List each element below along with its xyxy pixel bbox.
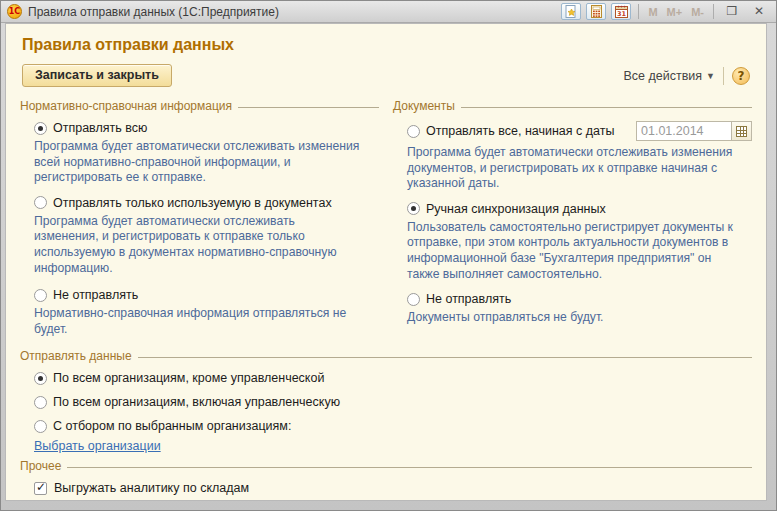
maximize-icon[interactable]: ❒ [721, 4, 743, 20]
calculator-icon[interactable] [586, 3, 606, 20]
radio-nsi-dont-send[interactable]: Не отправлять [34, 288, 379, 302]
svg-text:31: 31 [617, 10, 627, 18]
app-window: 1C Правила отправки данных (1С:Предприят… [0, 0, 777, 511]
radio-orgs-except-managerial[interactable]: По всем организациям, кроме управленческ… [34, 371, 752, 385]
titlebar-separator [638, 4, 639, 19]
hint-nsi-dont-send: Нормативно-справочная информация отправл… [34, 306, 361, 337]
group-line [67, 467, 752, 468]
radio-icon [34, 372, 47, 385]
all-actions-label: Все действия [623, 69, 702, 83]
hint-nsi-used-only: Программа будет автоматически отслеживат… [34, 214, 361, 276]
page-title: Правила отправки данных [20, 32, 752, 64]
group-send-data: Отправлять данные По всем организациям, … [20, 349, 752, 453]
radio-icon [34, 289, 47, 302]
group-nsi: Нормативно-справочная информация Отправл… [20, 97, 379, 347]
group-line [138, 357, 752, 358]
titlebar-separator-2 [713, 4, 714, 19]
memory-mplus-button: M+ [665, 6, 685, 18]
group-send-data-caption: Отправлять данные [20, 349, 132, 363]
1c-logo-icon: 1C [7, 4, 22, 19]
radio-nsi-used-only[interactable]: Отправлять только используемую в докумен… [34, 196, 379, 210]
group-documents-caption: Документы [393, 99, 455, 113]
group-line [238, 107, 379, 108]
radio-orgs-selected[interactable]: С отбором по выбранным организациям: [34, 419, 752, 433]
radio-docs-manual-sync[interactable]: Ручная синхронизация данных [407, 202, 752, 216]
radio-icon [34, 420, 47, 433]
toolbar-separator [723, 67, 724, 85]
chevron-down-icon: ▼ [706, 71, 715, 81]
favorites-icon[interactable] [561, 3, 581, 20]
radio-icon [407, 202, 420, 215]
group-documents: Документы Отправлять все, начиная с даты… [393, 97, 752, 347]
radio-icon [407, 125, 420, 138]
hint-docs-send-from-date: Программа будет автоматически отслеживат… [407, 145, 734, 192]
checkbox-icon [34, 482, 47, 495]
radio-nsi-send-all[interactable]: Отправлять всю [34, 121, 379, 135]
close-icon[interactable]: ✕ [748, 4, 770, 20]
group-nsi-caption: Нормативно-справочная информация [20, 99, 232, 113]
radio-icon [34, 196, 47, 209]
radio-icon [34, 396, 47, 409]
help-button[interactable]: ? [732, 67, 750, 85]
radio-icon [34, 122, 47, 135]
toolbar: Записать и закрыть Все действия ▼ ? [20, 64, 752, 97]
titlebar: 1C Правила отправки данных (1С:Предприят… [1, 1, 776, 23]
calendar-icon[interactable]: 31 [611, 3, 631, 20]
checkbox-export-warehouse-analytics[interactable]: Выгружать аналитику по складам [34, 481, 752, 495]
start-date-input[interactable] [636, 121, 732, 141]
date-picker-button[interactable] [732, 121, 752, 141]
form-content: Правила отправки данных Записать и закры… [5, 23, 767, 501]
radio-docs-send-from-date[interactable]: Отправлять все, начиная с даты [407, 121, 752, 141]
window-title: Правила отправки данных (1С:Предприятие) [28, 5, 279, 19]
radio-icon [407, 293, 420, 306]
group-line [461, 107, 752, 108]
select-organizations-link[interactable]: Выбрать организации [34, 439, 161, 453]
calendar-grid-icon [736, 126, 747, 137]
group-other-caption: Прочее [20, 459, 61, 473]
radio-docs-dont-send[interactable]: Не отправлять [407, 292, 752, 306]
hint-docs-manual-sync: Пользователь самостоятельно регистрирует… [407, 220, 734, 282]
hint-nsi-send-all: Программа будет автоматически отслеживат… [34, 139, 361, 186]
save-and-close-button[interactable]: Записать и закрыть [22, 64, 172, 87]
all-actions-button[interactable]: Все действия ▼ [623, 69, 715, 83]
memory-m-button: M [646, 6, 659, 18]
memory-mminus-button: M- [689, 6, 706, 18]
hint-docs-dont-send: Документы отправляться не будут. [407, 310, 734, 326]
group-other: Прочее Выгружать аналитику по складам i … [20, 459, 752, 501]
radio-orgs-including-managerial[interactable]: По всем организациям, включая управленче… [34, 395, 752, 409]
